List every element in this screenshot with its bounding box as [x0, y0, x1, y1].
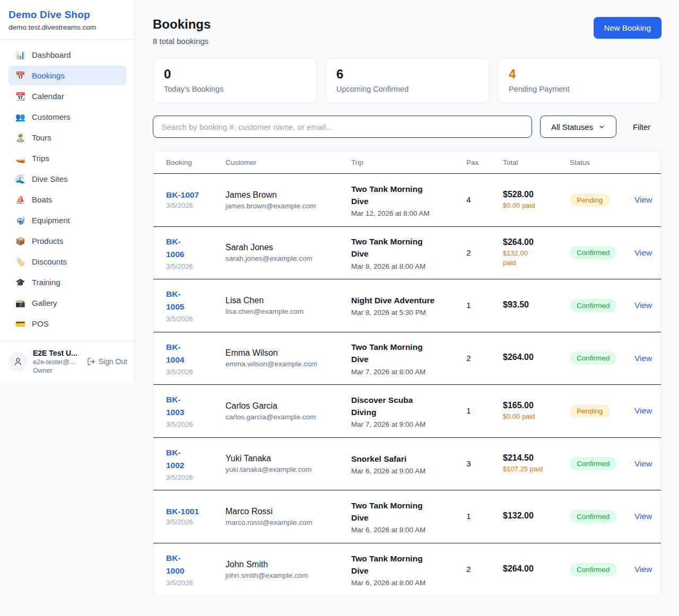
- status-cell: Confirmed: [570, 457, 634, 470]
- sidebar-item-dive-sites[interactable]: 🌊 Dive Sites: [8, 169, 126, 189]
- avatar: [8, 352, 28, 371]
- sidebar-item-discounts[interactable]: 🏷️ Discounts: [8, 252, 126, 271]
- tag-icon: 🏷️: [15, 258, 25, 266]
- customer-email: james.brown@example.com: [225, 202, 351, 210]
- trip-name: Two Tank Morning Dive: [351, 183, 435, 208]
- total-amount: $93.50: [503, 300, 570, 310]
- new-booking-button[interactable]: New Booking: [594, 17, 661, 39]
- sidebar-item-customers[interactable]: 👥 Customers: [8, 107, 126, 127]
- booking-number-link[interactable]: BK-1000: [166, 552, 190, 577]
- table-row: BK-1002 3/5/2026 Yuki Tanaka yuki.tanaka…: [153, 438, 661, 491]
- sidebar-item-products[interactable]: 📦 Products: [8, 231, 126, 251]
- diving-mask-icon: 🤿: [15, 216, 25, 224]
- filter-button[interactable]: Filter: [633, 122, 650, 131]
- trip-name: Two Tank Morning Dive: [351, 499, 435, 524]
- booking-cell: BK-1002 3/5/2026: [166, 446, 225, 481]
- booking-number-link[interactable]: BK-1001: [166, 507, 199, 516]
- status-badge: Confirmed: [570, 563, 616, 576]
- booking-number-link[interactable]: BK-1004: [166, 341, 190, 366]
- view-link[interactable]: View: [634, 248, 652, 257]
- booking-number-link[interactable]: BK-1002: [166, 446, 190, 472]
- total-amount: $214.50: [503, 453, 570, 463]
- table-row: BK-1006 3/5/2026 Sarah Jones sarah.jones…: [153, 227, 661, 280]
- booking-number-link[interactable]: BK-1003: [166, 393, 190, 419]
- sidebar-item-label: Training: [32, 278, 60, 287]
- trip-time: Mar 8, 2026 at 5:30 PM: [351, 309, 456, 316]
- sidebar-item-bookings[interactable]: 📅 Bookings: [8, 66, 126, 85]
- sidebar-item-calendar[interactable]: 📆 Calendar: [8, 86, 126, 106]
- customer-name: Sarah Jones: [225, 243, 351, 252]
- total-amount: $264.00: [503, 237, 570, 247]
- stat-label: Today's Bookings: [164, 85, 306, 93]
- view-link[interactable]: View: [634, 301, 652, 310]
- trip-cell: Snorkel Safari Mar 6, 2026 at 9:00 AM: [351, 453, 466, 475]
- booking-number-link[interactable]: BK-1005: [166, 288, 190, 313]
- sidebar-item-label: Tours: [32, 133, 51, 142]
- total-amount: $264.00: [503, 353, 570, 362]
- page-header: Bookings 8 total bookings New Booking: [153, 17, 661, 46]
- booking-cell: BK-1003 3/5/2026: [166, 393, 225, 428]
- pax-cell: 3: [466, 459, 503, 469]
- view-link[interactable]: View: [634, 406, 652, 415]
- trip-cell: Night Dive Adventure Mar 8, 2026 at 5:30…: [351, 294, 466, 316]
- search-input[interactable]: [153, 116, 532, 138]
- table-row: BK-1004 3/5/2026 Emma Wilson emma.wilson…: [153, 332, 661, 385]
- actions-cell: View: [634, 565, 652, 574]
- column-header-status: Status: [570, 159, 634, 166]
- trip-name: Two Tank Morning Dive: [351, 552, 435, 577]
- status-badge: Pending: [570, 404, 610, 418]
- actions-cell: View: [634, 459, 652, 469]
- status-badge: Confirmed: [570, 351, 616, 365]
- paid-amount: $0.00 paid: [503, 412, 570, 421]
- sidebar-item-equipment[interactable]: 🤿 Equipment: [8, 210, 126, 230]
- column-header-booking: Booking: [166, 159, 225, 166]
- user-info: E2E Test U... e2e-tester@... Owner: [33, 349, 77, 374]
- sidebar-item-trips[interactable]: 🚤 Trips: [8, 148, 126, 168]
- trip-name: Discover Scuba Diving: [351, 394, 435, 419]
- dashboard-icon: 📊: [15, 51, 25, 59]
- trip-time: Mar 8, 2026 at 8:00 AM: [351, 262, 456, 270]
- stat-value: 0: [164, 67, 306, 82]
- sidebar-item-label: Discounts: [32, 257, 67, 266]
- brand-title: Demo Dive Shop: [8, 9, 126, 21]
- trip-time: Mar 7, 2026 at 8:00 AM: [351, 368, 456, 376]
- sidebar-item-tours[interactable]: 🏝️ Tours: [8, 128, 126, 147]
- paid-amount: $107.25 paid: [503, 464, 570, 474]
- stat-card-pending-payment: 4 Pending Payment: [498, 58, 661, 103]
- customer-name: Emma Wilson: [225, 348, 351, 358]
- booking-cell: BK-1005 3/5/2026: [166, 288, 225, 323]
- pax-cell: 2: [466, 565, 503, 574]
- sidebar-item-boats[interactable]: ⛵ Boats: [8, 190, 126, 209]
- sidebar-item-training[interactable]: 🎓 Training: [8, 272, 126, 292]
- view-link[interactable]: View: [634, 512, 652, 521]
- customer-cell: Emma Wilson emma.wilson@example.com: [225, 348, 351, 368]
- trip-cell: Two Tank Morning Dive Mar 12, 2026 at 8:…: [351, 183, 466, 218]
- status-cell: Confirmed: [570, 299, 634, 312]
- sign-out-button[interactable]: Sign Out: [87, 357, 127, 366]
- stat-value: 6: [336, 67, 478, 82]
- sidebar: Demo Dive Shop demo.test.divestreams.com…: [0, 0, 135, 382]
- booking-date: 3/5/2026: [166, 262, 225, 270]
- total-amount: $132.00: [503, 511, 570, 521]
- booking-number-link[interactable]: BK-1007: [166, 190, 199, 200]
- sidebar-item-pos[interactable]: 💳 POS: [8, 314, 126, 333]
- customer-cell: Lisa Chen lisa.chen@example.com: [225, 296, 351, 315]
- booking-number-link[interactable]: BK-1006: [166, 235, 190, 261]
- camera-icon: 📸: [15, 299, 25, 307]
- booking-date: 3/5/2026: [166, 368, 225, 376]
- view-link[interactable]: View: [634, 565, 652, 574]
- customer-name: Marco Rossi: [225, 507, 351, 516]
- page-title: Bookings: [153, 17, 211, 32]
- view-link[interactable]: View: [634, 195, 652, 204]
- main-content: Bookings 8 total bookings New Booking 0 …: [135, 0, 679, 596]
- view-link[interactable]: View: [634, 459, 652, 468]
- trip-time: Mar 7, 2026 at 9:00 AM: [351, 420, 456, 428]
- actions-cell: View: [634, 195, 652, 205]
- sidebar-item-gallery[interactable]: 📸 Gallery: [8, 293, 126, 313]
- view-link[interactable]: View: [634, 354, 652, 363]
- status-select[interactable]: All Statuses: [540, 116, 616, 138]
- sidebar-item-label: Trips: [32, 154, 49, 163]
- user-email: e2e-tester@...: [33, 358, 77, 366]
- graduation-cap-icon: 🎓: [15, 278, 25, 286]
- sidebar-item-dashboard[interactable]: 📊 Dashboard: [8, 45, 126, 65]
